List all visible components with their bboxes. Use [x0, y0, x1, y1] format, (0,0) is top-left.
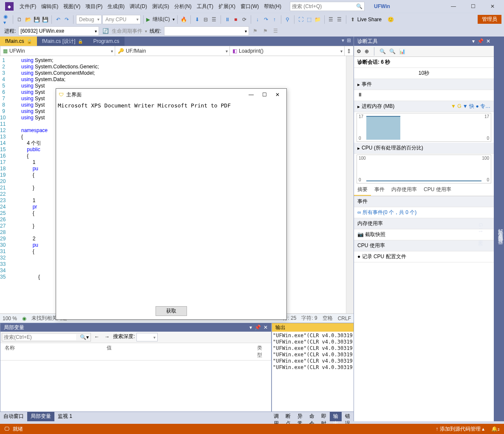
continue-button[interactable]: 继续(C)	[151, 16, 172, 23]
menu-item[interactable]: 调试(D)	[127, 1, 150, 12]
menu-item[interactable]: 编辑(E)	[39, 1, 61, 12]
bottom-tab[interactable]: 命令窗口	[306, 412, 318, 421]
bottom-tab[interactable]: 异常设置	[294, 412, 306, 421]
close-icon[interactable]: ✕	[263, 324, 268, 330]
t6[interactable]: ⛶	[297, 16, 305, 23]
pause-icon[interactable]: ⏸	[224, 16, 231, 23]
diag-tab[interactable]: 摘要	[354, 184, 371, 196]
tab-overflow-icon[interactable]: ⊞	[347, 37, 351, 45]
maximize-button[interactable]: ☐	[463, 0, 483, 13]
cpu-profile-link[interactable]: ● 记录 CPU 配置文件	[354, 251, 494, 262]
vscrollbar[interactable]	[346, 56, 354, 313]
platform-combo[interactable]: Any CPU	[102, 15, 141, 24]
flag2-icon[interactable]: ⚑	[262, 27, 269, 35]
stepover-icon[interactable]: ↷	[262, 16, 270, 23]
pin-icon[interactable]: 📌	[477, 38, 484, 44]
git-changes-tab[interactable]: Git 更改	[477, 223, 484, 239]
memory-header[interactable]: ▸ 进程内存 (MB)▼ G ▼ 快 ● 专…	[354, 101, 494, 112]
editor-tab[interactable]: fMain.cs [设计] 🔒	[37, 37, 88, 46]
nav-split-icon[interactable]: ‡	[345, 46, 353, 56]
menu-item[interactable]: 生成(B)	[105, 1, 127, 12]
popup-body[interactable]: Microsoft XPS Document Writer Microsoft …	[56, 101, 286, 302]
step-icon1[interactable]: ⬇	[193, 16, 201, 23]
nav-member[interactable]: ◧Loadprint()	[230, 46, 345, 56]
search-box[interactable]: 🔍	[290, 2, 365, 11]
arrow-left-icon[interactable]: ←	[93, 333, 101, 341]
vertical-tabs[interactable]: 解决方案资源管理器 Git 更改	[494, 37, 504, 421]
save-icon[interactable]: 💾	[33, 16, 40, 23]
stop-icon[interactable]: ■	[232, 16, 240, 23]
diag-tab[interactable]: 事件	[371, 184, 388, 196]
solution-explorer-tab[interactable]: 解决方案资源管理器	[497, 225, 504, 237]
t8[interactable]: 📁	[314, 16, 322, 23]
bottom-tab[interactable]: 错误列表	[342, 412, 354, 421]
cpu-chart[interactable]: 100 100 0 0	[357, 155, 491, 183]
liveshare-button[interactable]: Live Share	[357, 17, 382, 23]
menu-item[interactable]: 窗口(W)	[238, 1, 261, 12]
chart-icon[interactable]: 📊	[399, 48, 405, 54]
t5[interactable]: ⚲	[284, 16, 292, 23]
feedback-icon[interactable]: 🙂	[387, 16, 394, 23]
lifecycle-icon[interactable]: 🔄	[102, 27, 109, 35]
arrow-right-icon[interactable]: →	[103, 333, 111, 341]
tab-dropdown-icon[interactable]: ▾	[342, 37, 344, 45]
hot-reload-icon[interactable]: 🔥	[180, 16, 188, 23]
close-button[interactable]: ✕	[483, 0, 502, 13]
stepinto-icon[interactable]: ↓	[254, 16, 261, 23]
bottom-tab[interactable]: 局部变量	[27, 412, 54, 421]
popup-titlebar[interactable]: 🛡 主界面 — ☐ ✕	[56, 89, 286, 101]
continue-icon[interactable]: ▶	[146, 17, 150, 23]
pin-icon[interactable]: 📌	[255, 324, 261, 330]
undo-icon[interactable]: ↶	[54, 16, 62, 23]
new-icon[interactable]: 🗋	[16, 16, 23, 23]
dropdown-icon[interactable]: ▾	[249, 324, 252, 330]
stack-icon[interactable]: ☰	[272, 27, 280, 35]
locals-body[interactable]	[0, 361, 271, 411]
depth-combo[interactable]	[136, 333, 158, 341]
bottom-tab[interactable]: 调用堆栈	[270, 412, 282, 421]
bottom-tab[interactable]: 输出	[330, 412, 342, 421]
open-icon[interactable]: 📂	[24, 16, 32, 23]
bottom-tab[interactable]: 自动窗口	[0, 412, 27, 421]
bottom-tab[interactable]: 断点	[282, 412, 294, 421]
memory-chart[interactable]: 17 17 0 0	[357, 113, 491, 142]
menu-item[interactable]: 文件(F)	[17, 1, 39, 12]
fetch-button[interactable]: 获取	[156, 306, 187, 316]
editor-tab[interactable]: Program.cs	[88, 37, 124, 46]
stepout-icon[interactable]: ↑	[271, 16, 278, 23]
popup-close-button[interactable]: ✕	[275, 92, 280, 98]
flag1-icon[interactable]: ⚑	[252, 27, 259, 35]
zoomin-icon[interactable]: 🔍	[379, 48, 386, 54]
popup-minimize-button[interactable]: —	[249, 92, 254, 98]
dropdown-icon[interactable]: ▾	[472, 38, 475, 44]
scm-button[interactable]: 添加到源代码管理	[440, 426, 481, 432]
menu-item[interactable]: 视图(V)	[61, 1, 83, 12]
menu-item[interactable]: 测试(S)	[150, 1, 172, 12]
redo-icon[interactable]: ↷	[63, 16, 71, 23]
events-header[interactable]: ▸ 事件	[354, 79, 494, 90]
menu-item[interactable]: 分析(N)	[172, 1, 194, 12]
menu-item[interactable]: 项目(P)	[83, 1, 105, 12]
cpu-header[interactable]: ▸ CPU (所有处理器的百分比)	[354, 143, 494, 154]
search-input[interactable]	[292, 3, 351, 9]
step-icon3[interactable]: ☰	[210, 16, 218, 23]
zoom-icon[interactable]: ⊕	[365, 48, 369, 54]
zoomout-icon[interactable]: 🔍	[389, 48, 396, 54]
diag-tab[interactable]: 内存使用率	[388, 184, 420, 196]
bottom-tab[interactable]: 即时窗口	[318, 412, 330, 421]
nav-class[interactable]: 🔑UF.fMain	[115, 46, 230, 56]
editor-tab[interactable]: fMain.cs 🔒	[0, 37, 37, 46]
nav-project[interactable]: ▦UFWin	[0, 46, 115, 56]
liveshare-icon[interactable]: ⬆	[349, 16, 357, 23]
popup-maximize-button[interactable]: ☐	[262, 92, 267, 98]
minimize-button[interactable]: —	[444, 0, 463, 13]
back-icon[interactable]: ◉ ▾	[3, 16, 10, 23]
diag-tab[interactable]: CPU 使用率	[420, 184, 455, 196]
saveall-icon[interactable]: 💾	[41, 16, 49, 23]
menu-item[interactable]: 工具(T)	[194, 1, 216, 12]
restart-icon[interactable]: ⟳	[241, 16, 248, 23]
menu-item[interactable]: 帮助(H)	[261, 1, 284, 12]
config-combo[interactable]: Debug	[76, 15, 102, 24]
admin-badge[interactable]: 管理员	[478, 15, 501, 24]
notifications-icon[interactable]: 🔔₂	[491, 426, 500, 432]
